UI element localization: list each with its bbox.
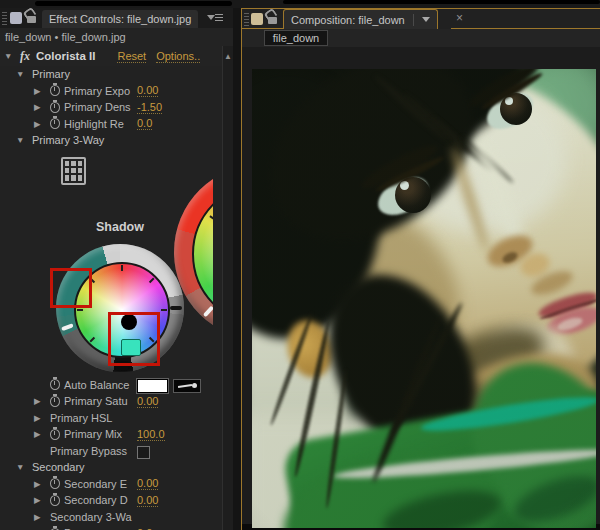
- panel-menu-icon[interactable]: [207, 12, 223, 24]
- stopwatch-slot: [50, 85, 64, 96]
- param-value[interactable]: -1.50: [137, 101, 162, 114]
- twirl-icon[interactable]: ▶: [34, 396, 50, 406]
- scroll-up-arrow[interactable]: ▲: [224, 52, 232, 61]
- effect-row-primary-mix: ▶Primary Mix100.0: [0, 426, 233, 443]
- twirl-down-icon[interactable]: ▼: [4, 51, 20, 61]
- composition-image-portrait: [252, 69, 596, 528]
- param-label: Primary Dens: [64, 101, 131, 113]
- ring-tick-white: [203, 305, 213, 317]
- twirl-icon[interactable]: ▶: [34, 479, 50, 489]
- wheel-tick: [77, 309, 83, 311]
- tab-composition[interactable]: Composition: file_down: [283, 9, 438, 29]
- stopwatch-icon[interactable]: [50, 102, 60, 113]
- effect-row-highlight-re: ▶Highlight Re0.0: [0, 116, 233, 133]
- param-label: Primary Expo: [64, 85, 130, 97]
- panel-grip[interactable]: [2, 12, 7, 25]
- effect-row-primary-bypass: Primary Bypass: [0, 443, 233, 460]
- viewer-tab-file-down[interactable]: file_down: [264, 30, 328, 46]
- close-icon[interactable]: ×: [456, 12, 463, 24]
- effect-controls-tabbar: Effect Controls: file_down.jpg: [0, 8, 233, 28]
- effect-row-primary-satu: ▶Primary Satu0.00: [0, 393, 233, 410]
- panel-grip[interactable]: [244, 13, 249, 26]
- top-divider-bar: [35, 1, 232, 6]
- effect-row-secondary-e: ▶Secondary E0.00: [0, 476, 233, 493]
- tab-effect-controls[interactable]: Effect Controls: file_down.jpg: [42, 10, 198, 28]
- twirl-icon[interactable]: ▶: [34, 413, 50, 423]
- options-button[interactable]: Options..: [156, 50, 200, 63]
- composition-viewer: [242, 47, 600, 530]
- effect-row-primary-3-way: ▼Primary 3-Way: [0, 132, 233, 149]
- twirl-icon[interactable]: ▶: [34, 119, 50, 129]
- numeric-grid-icon[interactable]: [61, 157, 86, 185]
- twirl-icon[interactable]: ▶: [34, 429, 50, 439]
- effect-header: ▼ fx Colorista II Reset Options..: [0, 46, 233, 66]
- param-label: Primary: [32, 68, 70, 80]
- stopwatch-icon[interactable]: [50, 478, 60, 489]
- checkbox[interactable]: [137, 446, 150, 459]
- effect-row-auto-balance: Auto Balance: [0, 377, 233, 394]
- param-label: Secondary 3-Wa: [50, 511, 132, 523]
- unlock-icon[interactable]: [268, 13, 278, 25]
- twirl-icon[interactable]: ▶: [34, 495, 50, 505]
- param-value[interactable]: 100.0: [137, 428, 165, 441]
- stopwatch-icon[interactable]: [50, 85, 60, 96]
- stopwatch-icon[interactable]: [50, 495, 60, 506]
- stopwatch-icon[interactable]: [50, 429, 60, 440]
- breadcrumb: file_down • file_down.jpg: [0, 28, 233, 46]
- scrollbar[interactable]: ▲: [222, 46, 233, 530]
- shadow-wheel-label: Shadow: [96, 220, 144, 234]
- param-value[interactable]: 0.0: [137, 117, 152, 130]
- effect-controls-panel: Effect Controls: file_down.jpg file_down…: [0, 8, 233, 530]
- hamburger-icon: [215, 14, 223, 23]
- top-divider-bar: [283, 0, 600, 4]
- param-label: Primary Bypass: [50, 445, 127, 457]
- wheel-tick: [89, 336, 95, 342]
- twirl-icon[interactable]: ▶: [34, 512, 50, 522]
- param-rows-bottom: Auto Balance▶Primary Satu0.00▶Primary HS…: [0, 377, 233, 530]
- effect-row-secondary: ▼Secondary: [0, 459, 233, 476]
- param-label: Secondary D: [64, 494, 128, 506]
- twirl-icon[interactable]: ▼: [16, 69, 32, 79]
- effect-row-primary: ▼Primary: [0, 66, 233, 83]
- panel-icon: [251, 13, 263, 25]
- composition-panel: Composition: file_down × file_down: [241, 8, 600, 530]
- photo-vignette: [252, 69, 596, 528]
- param-value[interactable]: 0.00: [137, 494, 158, 507]
- param-rows-top: ▼Primary▶Primary Expo0.00▶Primary Dens-1…: [0, 66, 233, 149]
- param-value[interactable]: 0.00: [137, 84, 158, 97]
- stopwatch-slot: [50, 102, 64, 113]
- twirl-icon[interactable]: ▶: [34, 86, 50, 96]
- effect-name: Colorista II: [36, 50, 95, 62]
- stopwatch-icon[interactable]: [50, 379, 60, 390]
- wheel-tick: [209, 215, 213, 221]
- effect-row-primary-dens: ▶Primary Dens-1.50: [0, 99, 233, 116]
- color-swatch[interactable]: [137, 379, 168, 393]
- annotation-rect-puck: [108, 312, 160, 366]
- reset-button[interactable]: Reset: [117, 50, 146, 63]
- viewer-bar: file_down: [242, 29, 600, 47]
- tab-effect-controls-label: Effect Controls: file_down.jpg: [49, 13, 191, 25]
- ring-tick-white: [61, 323, 74, 331]
- composition-tabbar: Composition: file_down ×: [242, 9, 600, 29]
- wheel-tick: [149, 277, 155, 283]
- param-label: Auto Balance: [64, 379, 129, 391]
- effect-row-primary-hsl: ▶Primary HSL: [0, 410, 233, 427]
- twirl-icon[interactable]: ▶: [34, 102, 50, 112]
- eyedropper-icon[interactable]: [173, 379, 201, 393]
- param-label: Primary Mix: [64, 428, 122, 440]
- tab-composition-label: Composition: file_down: [291, 14, 405, 26]
- stopwatch-slot: [50, 118, 64, 129]
- stopwatch-icon[interactable]: [50, 118, 60, 129]
- chevron-down-icon[interactable]: [422, 17, 430, 22]
- stopwatch-slot: [50, 429, 64, 440]
- fx-icon: fx: [20, 49, 36, 64]
- twirl-icon[interactable]: ▼: [16, 135, 32, 145]
- param-value[interactable]: 0.00: [137, 477, 158, 490]
- unlock-icon[interactable]: [27, 12, 37, 24]
- stopwatch-icon[interactable]: [50, 396, 60, 407]
- param-label: Secondary: [32, 461, 85, 473]
- twirl-icon[interactable]: ▼: [16, 462, 32, 472]
- wheel-tick: [121, 265, 123, 271]
- param-value[interactable]: 0.00: [137, 395, 158, 408]
- param-label: Secondary E: [64, 478, 127, 490]
